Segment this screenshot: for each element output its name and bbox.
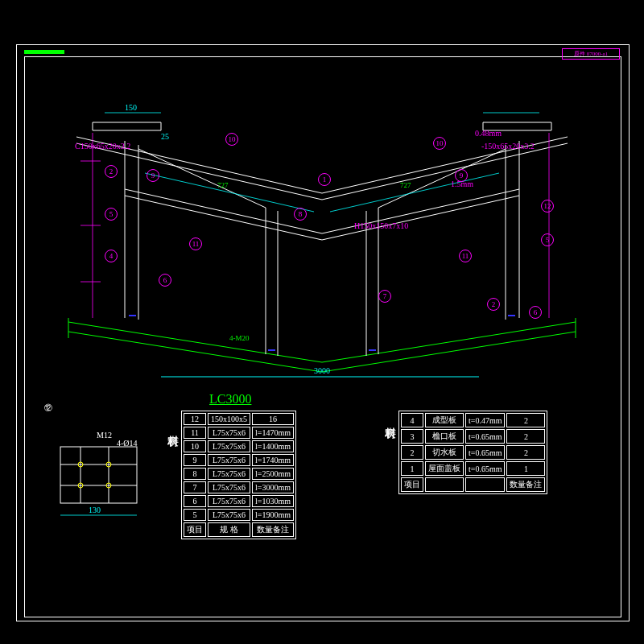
m12-dim: 130 [89,506,101,514]
callout-5r: 5 [541,233,554,246]
callout-10r: 10 [433,137,446,150]
view-title: LC3000 [209,392,251,407]
callout-12-ref: ⑫ [44,402,52,414]
callout-4: 4 [105,250,118,262]
drawing-canvas [0,0,644,644]
callout-9l: 9 [147,169,159,182]
callout-10l: 10 [225,133,238,146]
label-left-c: C150x65x20x3.2 [75,142,130,151]
svg-rect-13 [60,447,137,503]
callout-1: 1 [318,173,331,186]
dim-thk: 0.48mm [475,129,502,138]
callout-2r: 2 [487,298,500,311]
materials-table-left: 12150x100x51611L75x75x6l=1470mm10L75x75x… [181,411,296,539]
dim-slope: 727 [217,181,229,189]
callout-6l: 6 [159,274,171,287]
label-right-c: -150x65x20x3.2 [481,142,535,151]
materials-table-right: 4成型板t=0.47mm23檐口板t=0.65mm22切水板t=0.65mm21… [398,411,547,494]
m12-label: M12 [97,431,112,440]
dim-top-left: 150 [125,103,137,112]
callout-5: 5 [105,208,118,221]
m12-holes: 4-Ø14 [117,439,138,448]
callout-8: 8 [294,208,307,221]
callout-12: 12 [541,200,554,213]
callout-2: 2 [105,165,118,178]
label-bolts: 4-M20 [229,334,250,342]
callout-7: 7 [378,290,391,303]
callout-6r: 6 [529,306,542,319]
callout-11l: 11 [189,237,202,250]
dim-span: 3000 [314,366,330,375]
dim-slope2: 727 [400,181,411,189]
dim-spacing: 25 [161,132,169,141]
callout-11r: 11 [459,250,472,262]
label-beam: H150x150x7x10 [354,221,408,230]
dim-thk2: 1.5mm [451,180,473,188]
